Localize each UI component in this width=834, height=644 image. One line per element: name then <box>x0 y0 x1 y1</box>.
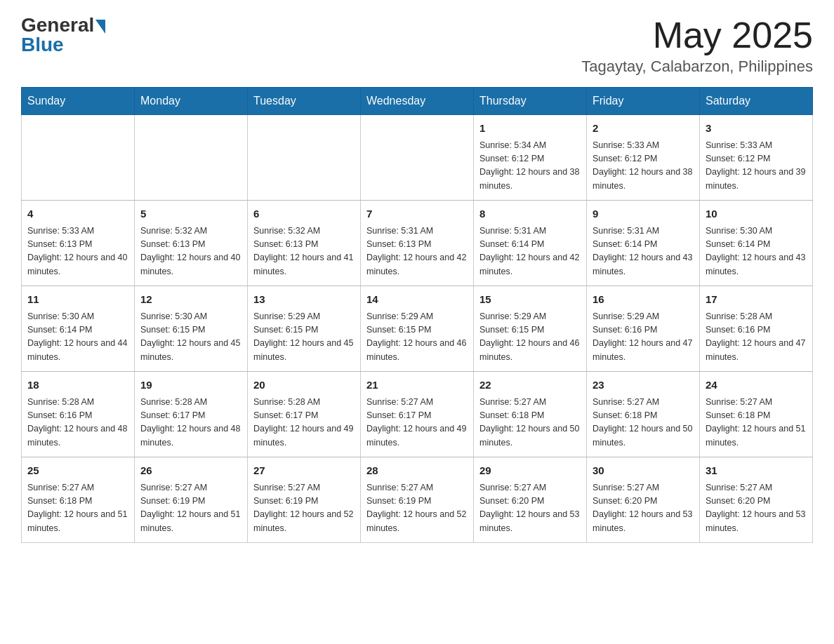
day-number: 26 <box>140 463 241 479</box>
day-number: 19 <box>140 377 241 394</box>
calendar-cell: 8Sunrise: 5:31 AM Sunset: 6:14 PM Daylig… <box>474 201 587 286</box>
calendar-cell: 7Sunrise: 5:31 AM Sunset: 6:13 PM Daylig… <box>361 201 474 286</box>
day-number: 25 <box>27 463 128 479</box>
day-number: 14 <box>366 292 468 308</box>
calendar-cell: 24Sunrise: 5:27 AM Sunset: 6:18 PM Dayli… <box>700 372 813 457</box>
calendar-cell <box>248 115 361 201</box>
calendar-cell: 6Sunrise: 5:32 AM Sunset: 6:13 PM Daylig… <box>248 201 361 286</box>
day-info: Sunrise: 5:33 AM Sunset: 6:12 PM Dayligh… <box>706 139 807 194</box>
calendar-week-row: 18Sunrise: 5:28 AM Sunset: 6:16 PM Dayli… <box>22 372 813 457</box>
calendar-cell: 9Sunrise: 5:31 AM Sunset: 6:14 PM Daylig… <box>587 201 700 286</box>
calendar-cell <box>135 115 248 201</box>
month-title: May 2025 <box>581 14 813 56</box>
calendar-cell: 19Sunrise: 5:28 AM Sunset: 6:17 PM Dayli… <box>135 372 248 457</box>
calendar-cell: 16Sunrise: 5:29 AM Sunset: 6:16 PM Dayli… <box>587 286 700 372</box>
weekday-header-wednesday: Wednesday <box>361 88 474 115</box>
day-number: 16 <box>593 292 694 308</box>
calendar-week-row: 11Sunrise: 5:30 AM Sunset: 6:14 PM Dayli… <box>22 286 813 372</box>
day-info: Sunrise: 5:29 AM Sunset: 6:16 PM Dayligh… <box>593 310 694 365</box>
calendar-cell: 28Sunrise: 5:27 AM Sunset: 6:19 PM Dayli… <box>361 457 474 543</box>
logo: General Blue <box>21 14 105 56</box>
day-number: 9 <box>593 206 694 222</box>
day-number: 20 <box>253 377 355 394</box>
calendar-cell: 5Sunrise: 5:32 AM Sunset: 6:13 PM Daylig… <box>135 201 248 286</box>
day-number: 30 <box>593 463 694 479</box>
day-info: Sunrise: 5:29 AM Sunset: 6:15 PM Dayligh… <box>479 310 581 365</box>
day-info: Sunrise: 5:27 AM Sunset: 6:18 PM Dayligh… <box>706 396 807 450</box>
day-number: 6 <box>253 206 355 222</box>
calendar-cell: 25Sunrise: 5:27 AM Sunset: 6:18 PM Dayli… <box>22 457 135 543</box>
day-info: Sunrise: 5:27 AM Sunset: 6:19 PM Dayligh… <box>366 481 468 536</box>
day-info: Sunrise: 5:31 AM Sunset: 6:14 PM Dayligh… <box>479 224 581 279</box>
calendar-cell: 18Sunrise: 5:28 AM Sunset: 6:16 PM Dayli… <box>22 372 135 457</box>
day-info: Sunrise: 5:33 AM Sunset: 6:13 PM Dayligh… <box>27 224 128 279</box>
day-number: 3 <box>706 121 807 137</box>
calendar-cell: 17Sunrise: 5:28 AM Sunset: 6:16 PM Dayli… <box>700 286 813 372</box>
day-info: Sunrise: 5:28 AM Sunset: 6:17 PM Dayligh… <box>140 396 241 450</box>
calendar-cell: 31Sunrise: 5:27 AM Sunset: 6:20 PM Dayli… <box>700 457 813 543</box>
calendar-cell: 1Sunrise: 5:34 AM Sunset: 6:12 PM Daylig… <box>474 115 587 201</box>
calendar-cell: 29Sunrise: 5:27 AM Sunset: 6:20 PM Dayli… <box>474 457 587 543</box>
calendar-week-row: 25Sunrise: 5:27 AM Sunset: 6:18 PM Dayli… <box>22 457 813 543</box>
day-info: Sunrise: 5:30 AM Sunset: 6:14 PM Dayligh… <box>27 310 128 365</box>
day-info: Sunrise: 5:27 AM Sunset: 6:18 PM Dayligh… <box>593 396 694 450</box>
day-info: Sunrise: 5:32 AM Sunset: 6:13 PM Dayligh… <box>253 224 355 279</box>
day-number: 24 <box>706 377 807 394</box>
day-info: Sunrise: 5:27 AM Sunset: 6:20 PM Dayligh… <box>479 481 581 536</box>
calendar-cell: 3Sunrise: 5:33 AM Sunset: 6:12 PM Daylig… <box>700 115 813 201</box>
calendar-cell: 27Sunrise: 5:27 AM Sunset: 6:19 PM Dayli… <box>248 457 361 543</box>
day-number: 31 <box>706 463 807 479</box>
weekday-header-monday: Monday <box>135 88 248 115</box>
calendar-cell: 26Sunrise: 5:27 AM Sunset: 6:19 PM Dayli… <box>135 457 248 543</box>
weekday-header-saturday: Saturday <box>700 88 813 115</box>
weekday-header-thursday: Thursday <box>474 88 587 115</box>
day-number: 21 <box>366 377 468 394</box>
calendar-week-row: 4Sunrise: 5:33 AM Sunset: 6:13 PM Daylig… <box>22 201 813 286</box>
day-number: 1 <box>479 121 581 137</box>
calendar-cell: 30Sunrise: 5:27 AM Sunset: 6:20 PM Dayli… <box>587 457 700 543</box>
calendar-week-row: 1Sunrise: 5:34 AM Sunset: 6:12 PM Daylig… <box>22 115 813 201</box>
day-info: Sunrise: 5:27 AM Sunset: 6:18 PM Dayligh… <box>479 396 581 450</box>
calendar-cell: 14Sunrise: 5:29 AM Sunset: 6:15 PM Dayli… <box>361 286 474 372</box>
day-number: 10 <box>706 206 807 222</box>
day-info: Sunrise: 5:27 AM Sunset: 6:19 PM Dayligh… <box>253 481 355 536</box>
day-info: Sunrise: 5:27 AM Sunset: 6:20 PM Dayligh… <box>706 481 807 536</box>
day-number: 8 <box>479 206 581 222</box>
calendar-cell: 4Sunrise: 5:33 AM Sunset: 6:13 PM Daylig… <box>22 201 135 286</box>
day-number: 7 <box>366 206 468 222</box>
logo-triangle-icon <box>95 20 105 34</box>
day-number: 23 <box>593 377 694 394</box>
day-info: Sunrise: 5:30 AM Sunset: 6:15 PM Dayligh… <box>140 310 241 365</box>
day-info: Sunrise: 5:33 AM Sunset: 6:12 PM Dayligh… <box>593 139 694 194</box>
calendar-cell: 12Sunrise: 5:30 AM Sunset: 6:15 PM Dayli… <box>135 286 248 372</box>
day-info: Sunrise: 5:30 AM Sunset: 6:14 PM Dayligh… <box>706 224 807 279</box>
day-info: Sunrise: 5:31 AM Sunset: 6:13 PM Dayligh… <box>366 224 468 279</box>
calendar-cell: 15Sunrise: 5:29 AM Sunset: 6:15 PM Dayli… <box>474 286 587 372</box>
day-number: 12 <box>140 292 241 308</box>
day-number: 2 <box>593 121 694 137</box>
day-number: 11 <box>27 292 128 308</box>
calendar-cell: 13Sunrise: 5:29 AM Sunset: 6:15 PM Dayli… <box>248 286 361 372</box>
calendar-cell: 10Sunrise: 5:30 AM Sunset: 6:14 PM Dayli… <box>700 201 813 286</box>
calendar-table: SundayMondayTuesdayWednesdayThursdayFrid… <box>21 87 813 543</box>
day-info: Sunrise: 5:28 AM Sunset: 6:16 PM Dayligh… <box>706 310 807 365</box>
page-header: General Blue May 2025 Tagaytay, Calabarz… <box>21 14 813 76</box>
weekday-header-sunday: Sunday <box>22 88 135 115</box>
day-info: Sunrise: 5:29 AM Sunset: 6:15 PM Dayligh… <box>366 310 468 365</box>
calendar-header-row: SundayMondayTuesdayWednesdayThursdayFrid… <box>22 88 813 115</box>
day-number: 29 <box>479 463 581 479</box>
logo-blue-text: Blue <box>21 34 64 56</box>
day-number: 17 <box>706 292 807 308</box>
day-number: 22 <box>479 377 581 394</box>
day-number: 18 <box>27 377 128 394</box>
day-number: 28 <box>366 463 468 479</box>
day-number: 27 <box>253 463 355 479</box>
day-info: Sunrise: 5:31 AM Sunset: 6:14 PM Dayligh… <box>593 224 694 279</box>
day-info: Sunrise: 5:29 AM Sunset: 6:15 PM Dayligh… <box>253 310 355 365</box>
calendar-cell: 21Sunrise: 5:27 AM Sunset: 6:17 PM Dayli… <box>361 372 474 457</box>
calendar-cell <box>22 115 135 201</box>
day-info: Sunrise: 5:27 AM Sunset: 6:19 PM Dayligh… <box>140 481 241 536</box>
day-number: 13 <box>253 292 355 308</box>
day-info: Sunrise: 5:27 AM Sunset: 6:18 PM Dayligh… <box>27 481 128 536</box>
calendar-cell: 22Sunrise: 5:27 AM Sunset: 6:18 PM Dayli… <box>474 372 587 457</box>
